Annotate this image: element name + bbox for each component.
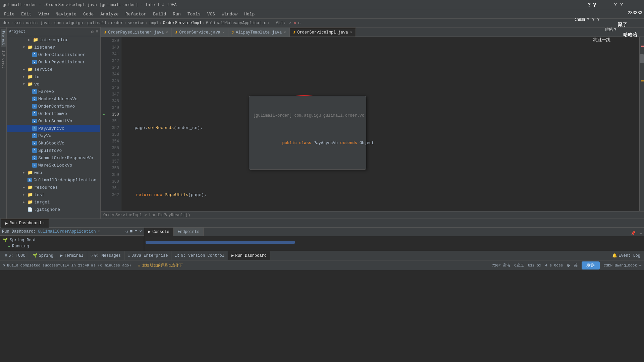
path-atguigu[interactable]: atguigu [66,21,83,25]
tree-arrow-target: ▶ [23,200,28,204]
tree-orderpayedlistener[interactable]: C OrderPayedListener [7,58,100,66]
btab-java-enterprise[interactable]: ☕ Java Enterprise [124,251,171,260]
tree-memberaddressvo[interactable]: C MemberAddressVo [7,95,100,103]
tree-orderitemvo[interactable]: C OrderItemVo [7,110,100,117]
tab-close-alipaytemplate[interactable]: × [284,31,286,35]
btab-run-dashboard[interactable]: ▶ Run Dashboard [228,251,270,260]
run-dashboard-close[interactable]: × [43,222,45,225]
tab-orderserviceimpl[interactable]: J OrderServiceImpl.java × [290,28,356,37]
path-main[interactable]: main [26,21,36,25]
tab-endpoints[interactable]: Endpoints [174,228,204,236]
path-order[interactable]: order [111,21,123,25]
menu-help[interactable]: Help [241,11,257,17]
tab-alipaytemplate[interactable]: J AlipayTemplate.java × [228,28,290,37]
run-dashboard-right: ▶ Console Endpoints 📌 − [144,228,644,251]
tree-resources[interactable]: ▶ 📁 resources [7,184,100,191]
tab-close-orderserviceimpl[interactable]: × [350,31,352,35]
scrollbar-thumb[interactable] [640,54,644,63]
tree-ordercloselistener[interactable]: C OrderCloseListener [7,51,100,58]
btab-version-control[interactable]: ⎇ 9: Version Control [171,251,228,260]
tree-vo[interactable]: ▼ 📁 vo [7,80,100,88]
tab-close-orderservice[interactable]: × [222,31,225,35]
path-der[interactable]: der [3,21,10,25]
code-content[interactable]: [gulimall-order] com.atguigu.gulimall.or… [121,37,639,211]
tree-payvo[interactable]: C PayVo [7,132,100,139]
btab-event-log[interactable]: 🔔 Event Log [609,251,644,260]
menu-window[interactable]: Window [219,11,240,17]
btab-spring[interactable]: 🌱 Spring [29,251,57,260]
tree-skustockvo[interactable]: C SkuStockVo [7,139,100,147]
version-control-icon: ⎇ [175,253,179,258]
menu-edit[interactable]: Edit [18,11,34,17]
tree-payasyncvo[interactable]: C PayAsyncVo [7,125,100,132]
run-app-close[interactable]: × [98,230,100,234]
tab-run-dashboard[interactable]: ▶ Run Dashboard × [1,219,49,228]
btab-messages[interactable]: ○ 0: Messages [87,251,124,260]
tree-target[interactable]: ▶ 📁 target [7,198,100,206]
path-orderserviceimpl[interactable]: OrderServiceImpl [163,21,202,25]
send-button[interactable]: 发送 [582,261,600,269]
path-com[interactable]: com [54,21,62,25]
gutter-350[interactable]: ▶ [101,111,107,118]
console-close-btn[interactable]: − [638,231,644,236]
editor-tabs: J OrderPayedListener.java × J OrderServi… [101,27,644,37]
git-x[interactable]: ✕ [293,20,296,25]
right-scrollbar[interactable] [639,37,644,211]
menu-vcs[interactable]: VCS [205,11,218,17]
status-encoding[interactable]: C这走 [514,263,524,268]
project-panel-btn[interactable]: Project [1,29,6,47]
tab-orderpayedlistener[interactable]: J OrderPayedListener.java × [101,28,172,37]
tree-test[interactable]: ▶ 📁 test [7,191,100,198]
tree-ordersubmitvo[interactable]: C OrderSubmitVo [7,117,100,125]
tab-orderservice[interactable]: J OrderService.java × [172,28,228,37]
console-pin-btn[interactable]: 📌 [629,231,638,236]
path-java[interactable]: java [40,21,50,25]
tree-gulimallorderapplication[interactable]: C GulimallOrderApplication [7,176,100,184]
git-refresh[interactable]: ↻ [298,20,301,25]
status-settings-icon[interactable]: ⚙ [567,262,570,268]
run-more-btn[interactable]: ≡ [135,229,137,234]
tree-submitorderresponsevo[interactable]: C SubmitOrderResponseVo [7,154,100,162]
run-close-btn[interactable]: × [139,229,142,234]
tree-wareskuockvo[interactable]: C WareSkuLockVo [7,162,100,169]
menu-tools[interactable]: Tools [185,11,203,17]
path-gateway[interactable]: GulimallGatewayApplication [206,21,269,25]
tree-service[interactable]: ▶ 📁 service [7,66,100,73]
run-running[interactable]: ● Running [1,243,143,249]
run-stop-btn[interactable]: ■ [130,229,133,234]
tree-orderconfirmvo[interactable]: C OrderConfirmVo [7,103,100,110]
tree-arrow-to: ▶ [23,75,28,79]
run-spring-boot[interactable]: 🌱 Spring Boot [1,237,143,243]
tree-spuinfovo[interactable]: C SpuInfoVo [7,147,100,154]
menu-file[interactable]: File [1,11,17,17]
path-impl[interactable]: impl [149,21,159,25]
run-restart-btn[interactable]: ↺ [125,229,128,234]
tree-listener[interactable]: ▼ 📁 listener [7,44,100,51]
menu-run[interactable]: Run [170,11,183,17]
structure-btn[interactable]: 1:Project [1,49,6,70]
path-src[interactable]: src [14,21,22,25]
tree-to[interactable]: ▶ 📁 to [7,73,100,80]
path-service[interactable]: service [127,21,144,25]
tab-console[interactable]: ▶ Console [144,228,174,236]
menu-build[interactable]: Build [150,11,169,17]
tree-gitignore[interactable]: 📄 .gitignore [7,206,100,213]
status-lang[interactable]: 英 [574,263,578,268]
run-app-label[interactable]: GulimallOrderApplication [38,229,96,234]
btab-terminal[interactable]: ▶ Terminal [57,251,87,260]
menu-analyze[interactable]: Analyze [98,11,121,17]
menu-code[interactable]: Code [80,11,96,17]
status-zoom[interactable]: 720P 高清 [492,263,510,268]
btab-todo[interactable]: ≡ 6: TODO [1,251,29,260]
tab-close-orderpayedlistener[interactable]: × [166,31,168,35]
menu-navigate[interactable]: Navigate [53,11,79,17]
path-gulimall[interactable]: gulimall [87,21,107,25]
tree-farevo[interactable]: C FareVo [7,88,100,95]
menu-refactor[interactable]: Refactor [123,11,149,17]
tree-interceptor[interactable]: ▶ 📁 interceptor [7,36,100,44]
sidebar-settings-icon[interactable]: ⚙ [91,29,94,35]
git-checkmark[interactable]: ✓ [289,20,291,25]
sidebar-collapse-icon[interactable]: ≡ [96,29,98,34]
menu-view[interactable]: View [36,11,51,17]
tree-web[interactable]: ▶ 📁 web [7,169,100,176]
